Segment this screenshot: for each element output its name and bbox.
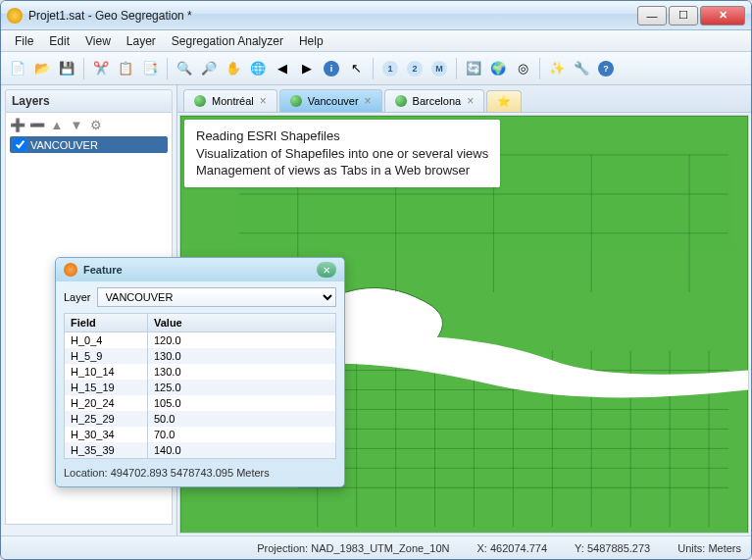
tooltip-line: Management of views as Tabs in a Web bro… <box>196 162 488 179</box>
layer-label: Layer <box>64 291 91 303</box>
tooltip-line: Visualization of Shapefiles into one or … <box>196 145 488 163</box>
cell-value: 130.0 <box>148 348 335 364</box>
tab-label: Vancouver <box>308 95 359 107</box>
settings-icon[interactable]: 🔧 <box>571 58 592 79</box>
menu-file[interactable]: File <box>7 32 41 50</box>
paste-icon[interactable]: 📑 <box>139 58 161 79</box>
col-field: Field <box>65 314 148 331</box>
world-icon[interactable]: 🌍 <box>487 58 509 79</box>
cell-field: H_25_29 <box>65 411 148 427</box>
tool-2-icon[interactable]: 2 <box>404 58 426 79</box>
cell-field: H_5_9 <box>65 348 148 364</box>
new-tab-button[interactable]: ⭐ <box>486 90 522 112</box>
table-row[interactable]: H_5_9130.0 <box>65 348 335 364</box>
close-button[interactable]: ✕ <box>700 6 745 25</box>
new-file-icon[interactable]: 📄 <box>7 58 28 79</box>
table-row[interactable]: H_0_4120.0 <box>65 332 335 348</box>
forward-icon[interactable]: ▶ <box>296 58 318 79</box>
minimize-button[interactable]: — <box>637 6 667 25</box>
target-icon[interactable]: ◎ <box>512 58 533 79</box>
remove-layer-icon[interactable]: ➖ <box>29 117 45 132</box>
menu-help[interactable]: Help <box>291 32 331 50</box>
menu-segregation-analyzer[interactable]: Segregation Analyzer <box>164 32 291 50</box>
table-row[interactable]: H_35_39140.0 <box>65 442 335 458</box>
globe-icon <box>395 95 407 107</box>
tab-close-icon[interactable]: × <box>365 94 372 108</box>
window-title: Projet1.sat - Geo Segregation * <box>28 9 637 23</box>
menubar: File Edit View Layer Segregation Analyze… <box>1 30 751 52</box>
feature-dialog[interactable]: Feature ✕ Layer VANCOUVER Field Value H_… <box>55 257 345 487</box>
layer-name: VANCOUVER <box>30 139 98 151</box>
table-row[interactable]: H_10_14130.0 <box>65 364 335 380</box>
layer-item-vancouver[interactable]: VANCOUVER <box>10 136 168 153</box>
table-row[interactable]: H_30_3470.0 <box>65 427 335 442</box>
cell-value: 105.0 <box>148 395 335 411</box>
tab-close-icon[interactable]: × <box>260 94 267 108</box>
dialog-close-button[interactable]: ✕ <box>317 262 336 278</box>
help-icon[interactable]: ? <box>595 58 617 79</box>
menu-layer[interactable]: Layer <box>119 32 164 50</box>
zoom-out-icon[interactable]: 🔎 <box>198 58 220 79</box>
move-down-icon[interactable]: ▼ <box>69 117 84 132</box>
wand-icon[interactable]: ✨ <box>546 58 568 79</box>
layer-visibility-checkbox[interactable] <box>14 138 26 151</box>
feature-table: Field Value H_0_4120.0H_5_9130.0H_10_141… <box>64 313 336 459</box>
cell-value: 70.0 <box>148 427 335 442</box>
tab-montreal[interactable]: Montréal × <box>183 89 277 112</box>
status-x: X: 462074.774 <box>477 542 548 554</box>
globe-icon <box>290 95 302 107</box>
zoom-in-icon[interactable]: 🔍 <box>174 58 195 79</box>
separator <box>167 58 168 79</box>
separator <box>373 58 374 79</box>
tool-1-icon[interactable]: 1 <box>379 58 401 79</box>
table-row[interactable]: H_20_24105.0 <box>65 395 335 411</box>
info-tooltip: Reading ESRI Shapefiles Visualization of… <box>184 120 500 187</box>
menu-view[interactable]: View <box>77 32 119 50</box>
back-icon[interactable]: ◀ <box>272 58 293 79</box>
menu-edit[interactable]: Edit <box>41 32 77 50</box>
star-icon: ⭐ <box>497 95 511 108</box>
layer-props-icon[interactable]: ⚙ <box>88 117 104 132</box>
tool-m-icon[interactable]: M <box>428 58 450 79</box>
cell-field: H_15_19 <box>65 380 148 395</box>
statusbar: Projection: NAD_1983_UTM_Zone_10N X: 462… <box>1 535 751 559</box>
save-icon[interactable]: 💾 <box>56 58 77 79</box>
copy-icon[interactable]: 📋 <box>115 58 136 79</box>
layer-select[interactable]: VANCOUVER <box>97 287 336 307</box>
table-row[interactable]: H_15_19125.0 <box>65 380 335 395</box>
move-up-icon[interactable]: ▲ <box>49 117 65 132</box>
refresh-icon[interactable]: 🔄 <box>463 58 484 79</box>
tab-close-icon[interactable]: × <box>467 94 474 108</box>
table-row[interactable]: H_25_2950.0 <box>65 411 335 427</box>
dialog-icon <box>64 263 77 277</box>
feature-table-body[interactable]: H_0_4120.0H_5_9130.0H_10_14130.0H_15_191… <box>65 332 335 458</box>
cell-field: H_10_14 <box>65 364 148 380</box>
pointer-icon[interactable]: ↖ <box>345 58 367 79</box>
status-y: Y: 5487885.273 <box>575 542 650 554</box>
dialog-titlebar[interactable]: Feature ✕ <box>56 258 344 281</box>
tab-barcelona[interactable]: Barcelona × <box>384 89 485 112</box>
cell-value: 140.0 <box>148 442 335 458</box>
open-file-icon[interactable]: 📂 <box>31 58 53 79</box>
cell-field: H_0_4 <box>65 332 148 348</box>
status-units: Units: Meters <box>677 542 741 554</box>
cell-value: 130.0 <box>148 364 335 380</box>
pan-icon[interactable]: ✋ <box>223 58 244 79</box>
tab-label: Barcelona <box>413 95 462 107</box>
cell-field: H_30_34 <box>65 427 148 442</box>
tabbar: Montréal × Vancouver × Barcelona × ⭐ <box>177 85 751 113</box>
tab-vancouver[interactable]: Vancouver × <box>279 89 382 112</box>
separator <box>83 58 84 79</box>
add-layer-icon[interactable]: ➕ <box>10 117 25 132</box>
location-readout: Location: 494702.893 5478743.095 Meters <box>64 467 336 479</box>
status-projection: Projection: NAD_1983_UTM_Zone_10N <box>257 542 449 554</box>
separator <box>539 58 540 79</box>
tab-label: Montréal <box>212 95 254 107</box>
cell-value: 50.0 <box>148 411 335 427</box>
cut-icon[interactable]: ✂️ <box>90 58 112 79</box>
tooltip-line: Reading ESRI Shapefiles <box>196 127 488 145</box>
maximize-button[interactable]: ☐ <box>669 6 698 25</box>
toolbar: 📄 📂 💾 ✂️ 📋 📑 🔍 🔎 ✋ 🌐 ◀ ▶ i ↖ 1 2 M 🔄 🌍 ◎… <box>1 52 751 85</box>
globe-icon[interactable]: 🌐 <box>247 58 269 79</box>
info-icon[interactable]: i <box>321 58 342 79</box>
